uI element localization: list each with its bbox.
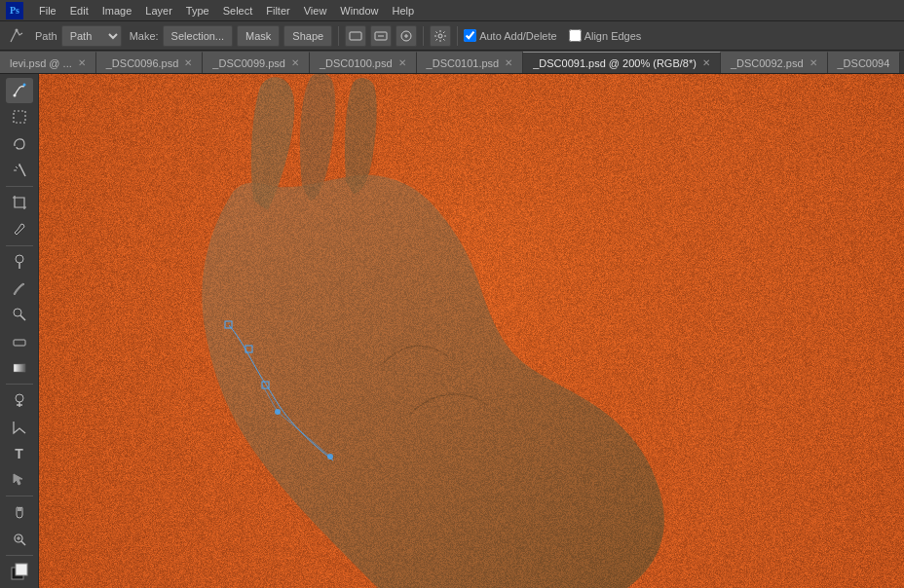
tab-dsc0091[interactable]: _DSC0091.psd @ 200% (RGB/8*) ✕	[523, 52, 721, 73]
make-label: Make:	[130, 30, 159, 42]
hand-btn[interactable]	[6, 499, 33, 525]
tab-dsc0094[interactable]: _DSC0094	[828, 52, 901, 73]
zoom-btn[interactable]	[6, 527, 33, 552]
document-canvas[interactable]	[39, 74, 904, 588]
align-edges-checkbox[interactable]	[569, 29, 582, 42]
tool-sep-3	[6, 384, 33, 385]
menu-type[interactable]: Type	[180, 3, 215, 18]
menu-filter[interactable]: Filter	[260, 3, 295, 18]
eyedropper-btn[interactable]	[6, 216, 33, 241]
svg-point-6	[438, 34, 442, 38]
svg-rect-9	[14, 111, 25, 123]
path-selection-btn[interactable]	[6, 414, 33, 439]
separator-2	[423, 26, 424, 46]
brush-btn[interactable]	[6, 276, 33, 301]
tab-dsc0100[interactable]: _DSC0100.psd ✕	[310, 52, 417, 73]
rectangular-marquee-btn[interactable]	[6, 104, 33, 129]
path-distribute[interactable]	[370, 25, 392, 47]
tool-sep-1	[6, 186, 33, 187]
svg-point-16	[14, 309, 21, 316]
clone-stamp-btn[interactable]	[6, 302, 33, 327]
magic-wand-btn[interactable]	[6, 158, 33, 183]
menu-view[interactable]: View	[298, 3, 333, 18]
path-options[interactable]	[396, 25, 417, 47]
svg-line-23	[21, 541, 25, 545]
foreground-color-btn[interactable]	[6, 559, 33, 584]
type-btn[interactable]: T	[6, 441, 33, 466]
toolbox: T	[0, 74, 39, 588]
direct-selection-btn[interactable]	[6, 467, 33, 493]
main-area: T	[0, 74, 904, 588]
document-tabs: levi.psd @ ... ✕ _DSC0096.psd ✕ _DSC0099…	[0, 51, 904, 74]
spot-healing-btn[interactable]	[6, 249, 33, 275]
options-toolbar: Path Path Shape Pixels Make: Selection..…	[0, 21, 904, 51]
svg-point-14	[16, 255, 23, 263]
canvas-area[interactable]	[39, 74, 904, 588]
selection-button[interactable]: Selection...	[163, 25, 233, 47]
pen-tool-icon[interactable]	[6, 25, 27, 47]
crop-btn[interactable]	[6, 190, 33, 215]
svg-line-12	[16, 166, 18, 168]
auto-add-delete-checkbox[interactable]	[464, 29, 476, 42]
shape-button[interactable]: Shape	[283, 25, 332, 47]
svg-rect-1	[350, 32, 361, 40]
tool-sep-4	[6, 496, 33, 496]
tab-close-dsc0100[interactable]: ✕	[398, 57, 406, 68]
gradient-btn[interactable]	[6, 355, 33, 381]
svg-line-10	[19, 165, 25, 176]
align-edges-label[interactable]: Align Edges	[569, 29, 642, 42]
eraser-btn[interactable]	[6, 329, 33, 354]
svg-point-8	[22, 84, 25, 87]
menu-image[interactable]: Image	[96, 3, 138, 18]
svg-point-7	[13, 94, 16, 97]
tab-dsc0092[interactable]: _DSC0092.psd ✕	[721, 52, 828, 73]
tab-close-dsc0092[interactable]: ✕	[810, 57, 817, 68]
dodge-btn[interactable]	[6, 387, 33, 413]
svg-rect-18	[14, 364, 25, 372]
menu-edit[interactable]: Edit	[64, 3, 94, 18]
tool-sep-5	[6, 555, 33, 556]
gear-icon[interactable]	[430, 25, 451, 47]
mask-button[interactable]: Mask	[237, 25, 280, 47]
pen-tool-btn[interactable]	[6, 78, 33, 103]
menu-bar: Ps File Edit Image Layer Type Select Fil…	[0, 0, 904, 21]
menu-select[interactable]: Select	[217, 3, 259, 18]
path-type-dropdown[interactable]: Path Shape Pixels	[61, 25, 122, 47]
app-logo: Ps	[4, 0, 25, 21]
tab-dsc0099[interactable]: _DSC0099.psd ✕	[203, 52, 310, 73]
separator-3	[457, 26, 458, 46]
ps-logo-text: Ps	[6, 2, 23, 19]
svg-point-0	[16, 28, 19, 31]
svg-rect-17	[14, 340, 25, 346]
tab-dsc0101[interactable]: _DSC0101.psd ✕	[417, 52, 524, 73]
menu-help[interactable]: Help	[386, 3, 420, 18]
menu-file[interactable]: File	[33, 3, 62, 18]
path-label: Path	[35, 30, 57, 42]
tab-levi[interactable]: levi.psd @ ... ✕	[0, 52, 96, 73]
svg-rect-27	[16, 564, 27, 575]
tab-dsc0096[interactable]: _DSC0096.psd ✕	[96, 52, 204, 73]
tab-close-dsc0091[interactable]: ✕	[702, 57, 710, 68]
lasso-btn[interactable]	[6, 131, 33, 157]
tool-sep-2	[6, 245, 33, 246]
menu-window[interactable]: Window	[334, 3, 384, 18]
svg-point-19	[16, 394, 23, 402]
tab-close-dsc0096[interactable]: ✕	[184, 57, 192, 68]
tab-close-dsc0099[interactable]: ✕	[291, 57, 299, 68]
tab-close-levi[interactable]: ✕	[78, 57, 86, 68]
tab-close-dsc0101[interactable]: ✕	[505, 57, 512, 68]
menu-layer[interactable]: Layer	[139, 3, 178, 18]
auto-add-delete-label[interactable]: Auto Add/Delete	[464, 29, 557, 42]
path-align-left[interactable]	[345, 25, 366, 47]
separator-1	[338, 26, 339, 46]
